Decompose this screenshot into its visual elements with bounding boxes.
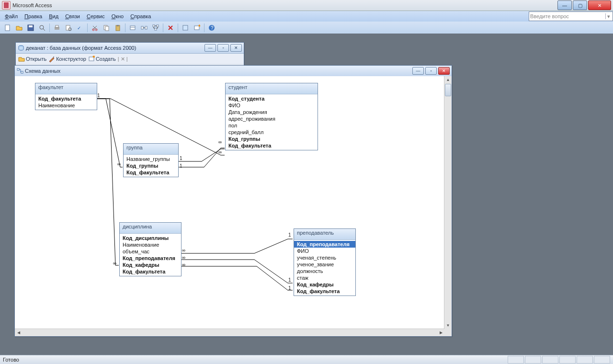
open-icon[interactable] (14, 23, 24, 33)
spell-icon[interactable]: ✓ (75, 23, 85, 33)
minimize-button[interactable]: — (557, 0, 572, 10)
scroll-right-icon[interactable]: ▶ (437, 329, 444, 336)
scroll-thumb[interactable] (445, 84, 451, 96)
db-window-icon[interactable] (180, 23, 191, 33)
separator-icon (163, 23, 163, 32)
field[interactable]: Код_факультета (226, 142, 318, 149)
db-close-button[interactable]: ✕ (230, 44, 242, 52)
table-student[interactable]: студент Код_студента ФИО Дата_рождения а… (225, 83, 318, 150)
table-teacher[interactable]: преподаватель Код_преподавателя ФИО учен… (294, 228, 356, 296)
copy-icon[interactable] (101, 23, 112, 33)
field[interactable]: ФИО (294, 248, 355, 254)
db-design-button[interactable]: Конструктор (48, 56, 86, 62)
cut-icon[interactable] (90, 23, 100, 33)
db-minimize-button[interactable]: — (204, 44, 216, 52)
field[interactable]: Код_дисциплины (120, 235, 181, 241)
scroll-left-icon[interactable]: ◀ (15, 329, 22, 336)
field[interactable]: должность (294, 268, 355, 274)
close-button[interactable]: ✕ (588, 0, 611, 10)
table-title[interactable]: группа (124, 144, 178, 155)
svg-rect-24 (183, 25, 188, 30)
database-window-titlebar[interactable]: деканат : база данных (формат Access 200… (16, 43, 244, 54)
resize-grip[interactable] (444, 329, 452, 336)
svg-rect-21 (153, 25, 155, 27)
field[interactable]: Код_факультета (120, 268, 181, 275)
menu-file[interactable]: Файл (5, 13, 18, 19)
field[interactable]: Код_факультета (294, 288, 355, 295)
menu-tools[interactable]: Сервис (87, 13, 105, 19)
rel-close-button[interactable]: ✕ (438, 67, 450, 75)
menu-relations[interactable]: Связи (65, 13, 80, 19)
field[interactable]: Код_кафедры (294, 281, 355, 288)
search-icon[interactable] (37, 23, 47, 33)
table-title[interactable]: студент (226, 83, 318, 94)
field[interactable]: ученое_звание (294, 261, 355, 268)
card-many: ∞ (117, 161, 121, 167)
field[interactable]: Код_преподавателя (120, 255, 181, 262)
vertical-scrollbar[interactable]: ▲ ▼ (444, 76, 452, 329)
rel-maximize-button[interactable]: ▫ (425, 67, 437, 75)
svg-text:✓: ✓ (77, 25, 81, 31)
scroll-up-icon[interactable]: ▲ (444, 76, 452, 83)
db-open-button[interactable]: Открыть (18, 56, 46, 62)
paste-icon[interactable] (113, 23, 123, 33)
table-discipline[interactable]: дисциплина Код_дисциплины Наименование о… (119, 222, 182, 276)
field-selected[interactable]: Код_преподавателя (294, 241, 355, 248)
field[interactable]: ФИО (226, 102, 318, 109)
db-create-button[interactable]: ★Создать (88, 56, 116, 62)
show-direct-rel-icon[interactable] (139, 23, 149, 33)
field[interactable]: адрес_проживания (226, 115, 318, 122)
relationships-titlebar[interactable]: Схема данных — ▫ ✕ (15, 66, 452, 77)
separator-icon (204, 23, 204, 32)
relationships-canvas[interactable]: 1 ∞ ∞ ∞ 1 1 ∞ ∞ ∞ ∞ 1 1 1 факультет Код_… (15, 76, 444, 329)
database-icon (18, 45, 24, 51)
field[interactable]: Код_факультета (35, 95, 97, 102)
db-maximize-button[interactable]: ▫ (217, 44, 229, 52)
menu-view[interactable]: Вид (49, 13, 58, 19)
table-title[interactable]: факультет (35, 83, 97, 94)
table-title[interactable]: дисциплина (120, 223, 181, 234)
field[interactable]: Код_группы (226, 136, 318, 142)
ask-question-input[interactable]: Введите вопрос ▾ (529, 11, 613, 21)
menu-window[interactable]: Окно (112, 13, 124, 19)
field[interactable]: Код_факультета (124, 169, 178, 176)
field[interactable]: Код_студента (226, 95, 318, 102)
preview-icon[interactable] (63, 23, 74, 33)
field[interactable]: пол (226, 122, 318, 129)
ask-dropdown-icon[interactable]: ▾ (605, 13, 612, 19)
table-faculty[interactable]: факультет Код_факультета Наименование (35, 83, 97, 110)
field[interactable]: Дата_рождения (226, 109, 318, 115)
field[interactable]: Код_кафедры (120, 262, 181, 268)
table-group[interactable]: группа Название_группы Код_группы Код_фа… (123, 143, 179, 177)
svg-text:★: ★ (198, 24, 200, 28)
print-icon[interactable] (52, 23, 62, 33)
card-many: ∞ (218, 139, 222, 145)
field[interactable]: ученая_степень (294, 254, 355, 261)
field[interactable]: Код_группы (124, 162, 178, 169)
scroll-down-icon[interactable]: ▼ (444, 322, 452, 329)
field[interactable]: стаж (294, 274, 355, 281)
database-window-title: деканат : база данных (формат Access 200… (26, 45, 136, 51)
separator-icon (178, 23, 178, 32)
show-all-rel-icon[interactable] (150, 23, 161, 33)
delete-icon[interactable] (165, 23, 176, 33)
status-cell (559, 356, 576, 364)
show-table-icon[interactable] (127, 23, 138, 33)
horizontal-scrollbar[interactable]: ◀ ▶ (15, 329, 444, 336)
table-title[interactable]: преподаватель (294, 229, 355, 240)
relationships-window[interactable]: Схема данных — ▫ ✕ (14, 65, 452, 337)
field[interactable]: средний_балл (226, 129, 318, 136)
save-icon[interactable] (25, 23, 36, 33)
menu-help[interactable]: Справка (130, 13, 151, 19)
new-object-icon[interactable]: ★ (192, 23, 202, 33)
help-icon[interactable]: ? (206, 23, 217, 33)
new-icon[interactable] (2, 23, 13, 33)
field[interactable]: Наименование (120, 241, 181, 248)
rel-minimize-button[interactable]: — (412, 67, 424, 75)
svg-rect-19 (145, 26, 147, 29)
maximize-button[interactable]: ▢ (573, 0, 587, 10)
field[interactable]: Название_группы (124, 156, 178, 162)
field[interactable]: Наименование (35, 102, 97, 109)
field[interactable]: объем_час (120, 248, 181, 255)
menu-edit[interactable]: Правка (24, 13, 42, 19)
